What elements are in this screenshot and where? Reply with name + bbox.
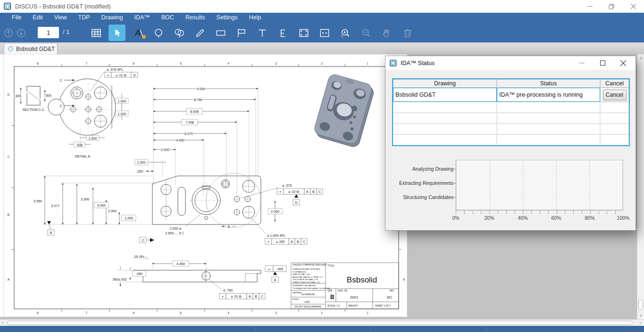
scroll-left-icon[interactable]: ‹ [2, 320, 3, 325]
vertical-scroll-thumb[interactable] [638, 299, 643, 310]
svg-text:A: A [228, 224, 230, 229]
dialog-maximize-icon[interactable] [592, 56, 613, 70]
svg-text:√125: √125 [304, 300, 309, 303]
svg-text:B: B [312, 190, 315, 194]
svg-text:2.000 ⌀: 2.000 ⌀ [170, 226, 182, 231]
svg-text:⌖: ⌖ [279, 190, 281, 194]
svg-text:.450: .450 [136, 272, 142, 276]
svg-text:1.000: 1.000 [118, 112, 126, 116]
svg-text:6: 6 [133, 311, 134, 315]
svg-text:.005: .005 [276, 267, 283, 271]
column-header-status: Status [497, 79, 600, 88]
balloons-icon[interactable] [171, 25, 188, 41]
svg-text:3: 3 [275, 311, 277, 315]
menu-ida[interactable]: IDA™ [128, 13, 155, 22]
menu-file[interactable]: File [6, 13, 27, 22]
svg-text:⌀ .03 Ⓜ: ⌀ .03 Ⓜ [289, 190, 300, 193]
vertical-scrollbar[interactable]: ∧ ∨ [637, 54, 644, 319]
menu-drawing[interactable]: Drawing [96, 13, 129, 22]
menu-bar: File Edit View TDP Drawing IDA™ BOC Resu… [0, 13, 644, 22]
svg-text:2.000: 2.000 [271, 209, 279, 214]
svg-text:7.008: 7.008 [185, 120, 194, 124]
page-number-input[interactable] [38, 27, 59, 38]
svg-text:⌀ .01 Ⓜ: ⌀ .01 Ⓜ [116, 74, 127, 77]
fit-width-icon[interactable] [316, 25, 333, 41]
dialog-close-icon[interactable] [613, 56, 634, 70]
svg-text:⌀ .375 4PL: ⌀ .375 4PL [107, 67, 123, 72]
equation-tool-icon[interactable] [275, 25, 292, 41]
svg-text:4: 4 [227, 311, 229, 315]
svg-text:Bsbsolid: Bsbsolid [347, 275, 377, 284]
pencil-icon[interactable] [192, 25, 209, 41]
chart-category-label: Analyzing Drawing [386, 166, 453, 172]
svg-text:DWG. NO.: DWG. NO. [338, 290, 348, 292]
svg-text:2.000: 2.000 [108, 209, 117, 213]
cancel-button[interactable]: Cancel [603, 90, 627, 100]
horizontal-scrollbar[interactable]: ‹ › [0, 319, 644, 326]
svg-text:.250: .250 [136, 169, 143, 174]
svg-text:FRACTIONAL: 1/64: FRACTIONAL: 1/64 [293, 273, 310, 275]
svg-text:SECTION C-C: SECTION C-C [23, 108, 45, 112]
svg-text:DO NOT SCALE DRAWING: DO NOT SCALE DRAWING [295, 306, 322, 308]
svg-text:8: 8 [37, 311, 39, 315]
chart-tick-label: 80% [579, 215, 600, 221]
scroll-down-icon[interactable]: ∨ [637, 313, 644, 318]
minimize-icon[interactable] [579, 0, 601, 13]
menu-boc[interactable]: BOC [156, 13, 180, 22]
text-tool-icon[interactable] [254, 25, 271, 41]
svg-text:D: D [295, 200, 297, 205]
svg-text:1.000: 1.000 [137, 160, 146, 165]
svg-text:.835: .835 [15, 94, 21, 98]
balloon-icon[interactable] [150, 25, 167, 41]
tab-label: Bsbsolid GD&T [16, 46, 55, 52]
table-row [393, 113, 629, 124]
close-icon[interactable] [622, 0, 644, 13]
svg-text:8.750: 8.750 [194, 98, 202, 102]
scroll-up-icon[interactable]: ∧ [637, 56, 644, 60]
rectangle-tool-icon[interactable] [212, 25, 229, 41]
fit-screen-icon[interactable] [295, 25, 312, 41]
svg-text:NC: NC [387, 295, 393, 299]
svg-text:.500: .500 [45, 93, 51, 98]
menu-help[interactable]: Help [243, 13, 267, 22]
svg-text:INTERPRET GEOMETRIC: INTERPRET GEOMETRIC [293, 284, 316, 287]
svg-text:8: 8 [37, 62, 39, 65]
nav-down-icon[interactable] [15, 26, 28, 40]
svg-text:THREE PLACE DECIMAL ±.01: THREE PLACE DECIMAL ±.01 [293, 281, 320, 283]
flag-icon[interactable] [233, 25, 250, 41]
app-logo-icon [4, 2, 12, 10]
svg-text:1.000: 1.000 [89, 136, 97, 141]
svg-text:REV: REV [390, 290, 394, 292]
menu-view[interactable]: View [49, 13, 73, 22]
svg-text:B: B [330, 294, 335, 300]
svg-text:TWO PLACE DECIMAL ±.03: TWO PLACE DECIMAL ±.03 [293, 278, 318, 281]
pan-hand-icon[interactable] [378, 25, 395, 41]
menu-edit[interactable]: Edit [27, 13, 49, 22]
menu-settings[interactable]: Settings [211, 13, 243, 22]
zoom-in-icon[interactable] [337, 25, 354, 41]
svg-text:3.950: 3.950 [33, 199, 42, 203]
scroll-right-icon[interactable]: › [640, 320, 641, 325]
menu-results[interactable]: Results [180, 13, 211, 22]
svg-text:SCALE: 1:2: SCALE: 1:2 [327, 304, 340, 307]
column-header-cancel: Cancel [600, 79, 629, 88]
tab-bsbsolid[interactable]: Bsbsolid GD&T [4, 43, 58, 54]
pointer-tool-icon[interactable] [109, 25, 125, 41]
svg-text:B: B [255, 294, 257, 299]
svg-text:⌖: ⌖ [107, 73, 109, 77]
trash-icon[interactable] [399, 25, 416, 41]
grid-icon[interactable] [88, 25, 105, 41]
window-title: DISCUS - Bsbsolid GD&T (modified) [15, 3, 111, 10]
horizontal-scroll-thumb[interactable] [7, 321, 633, 325]
svg-text:SHEET 1 OF 1: SHEET 1 OF 1 [375, 304, 391, 307]
menu-tdp[interactable]: TDP [73, 13, 96, 22]
chart-plot-area [456, 160, 623, 210]
nav-up-icon[interactable] [2, 26, 15, 40]
dialog-title-bar[interactable]: IDA™ Status [385, 56, 636, 70]
restore-icon[interactable] [601, 0, 622, 13]
svg-text:FINISH: FINISH [293, 298, 299, 300]
dialog-minimize-icon[interactable] [571, 56, 592, 70]
chart-axis-ticks [456, 211, 624, 214]
svg-text:1.000: 1.000 [125, 216, 133, 220]
zoom-out-icon[interactable] [358, 25, 375, 41]
